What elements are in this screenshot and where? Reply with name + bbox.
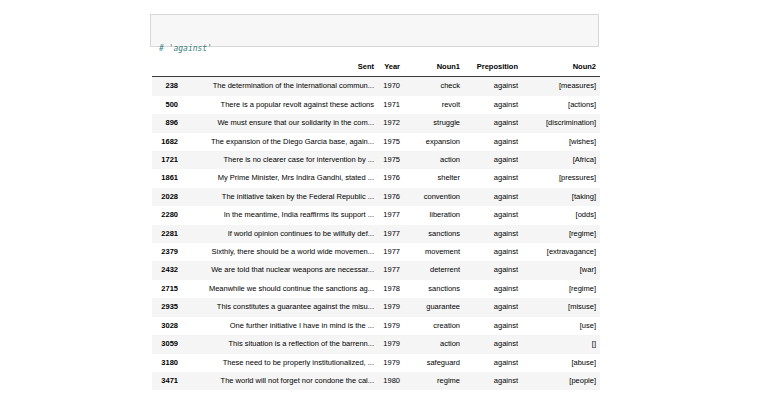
cell-noun1: creation [404,317,464,335]
cell-preposition: against [464,317,522,335]
table-row: 500 There is a popular revolt against th… [152,96,600,114]
cell-index: 896 [152,114,182,132]
cell-index: 500 [152,96,182,114]
cell-year: 1979 [378,317,404,335]
header-row: Sent Year Noun1 Preposition Noun2 [152,59,600,77]
cell-preposition: against [464,96,522,114]
cell-preposition: against [464,243,522,261]
cell-preposition: against [464,335,522,353]
cell-noun1: safeguard [404,354,464,372]
cell-preposition: against [464,188,522,206]
cell-noun1: movement [404,243,464,261]
cell-preposition: against [464,114,522,132]
table-row: 2028 The initiative taken by the Federal… [152,188,600,206]
cell-index: 2935 [152,298,182,316]
cell-noun2: [Africa] [522,151,600,169]
table-row: 3028 One further initiative I have in mi… [152,317,600,335]
cell-index: 3180 [152,354,182,372]
table-row: 2280 In the meantime, India reaffirms it… [152,206,600,224]
cell-year: 1979 [378,335,404,353]
cell-noun2: [regime] [522,225,600,243]
cell-index: 2379 [152,243,182,261]
cell-noun2: [measures] [522,77,600,96]
cell-noun2: [use] [522,317,600,335]
notebook-page: # 'against' df_sep3[df_sep3['Preposition… [0,0,768,405]
cell-sent: We are told that nuclear weapons are nec… [182,261,378,279]
header-index-blank [152,59,182,77]
table-row: 2715 Meanwhile we should continue the sa… [152,280,600,298]
table-row: 2281 If world opinion continues to be wi… [152,225,600,243]
cell-sent: If world opinion continues to be wilfull… [182,225,378,243]
table-row: 3471 The world will not forget nor condo… [152,372,600,390]
cell-index: 2028 [152,188,182,206]
table-row: 1861 My Prime Minister, Mrs Indira Gandh… [152,169,600,187]
cell-sent: There is a popular revolt against these … [182,96,378,114]
table-row: 3180 These need to be properly instituti… [152,354,600,372]
cell-noun1: struggle [404,114,464,132]
cell-year: 1980 [378,372,404,390]
cell-noun1: expansion [404,133,464,151]
cell-sent: The expansion of the Diego Garcia base, … [182,133,378,151]
cell-preposition: against [464,225,522,243]
cell-noun2: [actions] [522,96,600,114]
cell-sent: Sixthly, there should be a world wide mo… [182,243,378,261]
header-year: Year [378,59,404,77]
cell-index: 2432 [152,261,182,279]
cell-preposition: against [464,298,522,316]
cell-index: 238 [152,77,182,96]
table-row: 238 The determination of the internation… [152,77,600,96]
cell-sent: This constitutes a guarantee against the… [182,298,378,316]
cell-year: 1975 [378,133,404,151]
table-row: 2379 Sixthly, there should be a world wi… [152,243,600,261]
header-sent: Sent [182,59,378,77]
cell-preposition: against [464,151,522,169]
cell-preposition: against [464,372,522,390]
cell-noun2: [misuse] [522,298,600,316]
cell-noun2: [odds] [522,206,600,224]
cell-index: 1682 [152,133,182,151]
cell-year: 1977 [378,243,404,261]
cell-index: 3028 [152,317,182,335]
cell-noun1: action [404,335,464,353]
dataframe-table: Sent Year Noun1 Preposition Noun2 238 Th… [152,59,600,390]
table-row: 1721 There is no clearer case for interv… [152,151,600,169]
cell-sent: In the meantime, India reaffirms its sup… [182,206,378,224]
cell-index: 2280 [152,206,182,224]
cell-noun2: [pressures] [522,169,600,187]
cell-noun2: [] [522,335,600,353]
cell-sent: One further initiative I have in mind is… [182,317,378,335]
cell-noun1: check [404,77,464,96]
table-row: 2935 This constitutes a guarantee agains… [152,298,600,316]
cell-noun1: guarantee [404,298,464,316]
cell-noun2: [war] [522,261,600,279]
code-input-cell[interactable]: # 'against' df_sep3[df_sep3['Preposition… [150,14,599,47]
cell-sent: The determination of the international c… [182,77,378,96]
cell-noun1: shelter [404,169,464,187]
cell-noun2: [discrimination] [522,114,600,132]
cell-noun1: convention [404,188,464,206]
table-row: 2432 We are told that nuclear weapons ar… [152,261,600,279]
cell-noun1: regime [404,372,464,390]
cell-noun2: [extravagance] [522,243,600,261]
cell-sent: The initiative taken by the Federal Repu… [182,188,378,206]
cell-preposition: against [464,77,522,96]
cell-year: 1979 [378,354,404,372]
cell-noun1: revolt [404,96,464,114]
cell-noun2: [regime] [522,280,600,298]
cell-noun2: [people] [522,372,600,390]
cell-preposition: against [464,280,522,298]
table-header: Sent Year Noun1 Preposition Noun2 [152,59,600,77]
header-preposition: Preposition [464,59,522,77]
cell-year: 1972 [378,114,404,132]
cell-preposition: against [464,206,522,224]
cell-year: 1970 [378,77,404,96]
cell-sent: These need to be properly institutionali… [182,354,378,372]
header-noun1: Noun1 [404,59,464,77]
cell-index: 3471 [152,372,182,390]
cell-noun1: action [404,151,464,169]
cell-year: 1977 [378,225,404,243]
cell-noun1: liberation [404,206,464,224]
cell-sent: This situation is a reflection of the ba… [182,335,378,353]
table-row: 3059 This situation is a reflection of t… [152,335,600,353]
cell-year: 1976 [378,188,404,206]
